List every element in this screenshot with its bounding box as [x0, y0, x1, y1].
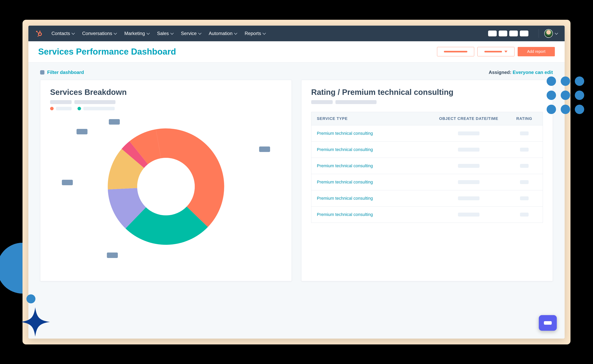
utility-button[interactable]: [488, 31, 497, 36]
table-row[interactable]: Premium technical consulting: [311, 206, 543, 223]
decorative-dot-grid: [547, 77, 584, 114]
table-row[interactable]: Premium technical consulting: [311, 125, 543, 141]
nav-label: Contacts: [52, 31, 70, 36]
assigned-prefix: Assigned:: [489, 70, 513, 75]
nav-label: Reports: [245, 31, 261, 36]
header-action-1[interactable]: [437, 47, 474, 56]
rating-table: SERVICE TYPE OBJECT CREATE DATE/TIME RAT…: [311, 112, 543, 223]
table-row[interactable]: Premium technical consulting: [311, 174, 543, 190]
chevron-down-icon: [555, 31, 558, 35]
card-subtitle-placeholder: [50, 100, 282, 104]
add-report-button[interactable]: Add report: [518, 47, 555, 56]
card-title: Rating / Premium technical consulting: [311, 88, 543, 97]
page-header: Services Performance Dashboard Add repor…: [28, 41, 565, 63]
nav-label: Automation: [209, 31, 232, 36]
chart-legend: [50, 107, 282, 110]
avatar: [544, 29, 553, 38]
topbar: Contacts Conversations Marketing Sales S…: [28, 26, 565, 41]
card-title: Services Breakdown: [50, 88, 282, 97]
nav-reports[interactable]: Reports: [242, 29, 269, 38]
utility-button[interactable]: [499, 31, 507, 36]
cell-rating: [506, 206, 543, 223]
nav-marketing[interactable]: Marketing: [121, 29, 152, 38]
cell-create-date: [432, 174, 506, 190]
cell-rating: [506, 190, 543, 206]
app-window: Contacts Conversations Marketing Sales S…: [28, 26, 565, 338]
chevron-down-icon: [263, 31, 266, 35]
header-actions: Add report: [437, 47, 555, 56]
decorative-dot: [26, 294, 35, 303]
chart-callout: [62, 180, 73, 185]
svg-line-5: [38, 35, 39, 36]
nav-label: Sales: [157, 31, 169, 36]
nav-service[interactable]: Service: [178, 29, 204, 38]
cell-rating: [506, 158, 543, 174]
cell-service-type: Premium technical consulting: [311, 158, 432, 174]
legend-label-placeholder: [83, 107, 115, 110]
legend-label-placeholder: [56, 107, 72, 110]
button-label: Add report: [527, 49, 545, 54]
header-action-dropdown[interactable]: [477, 47, 514, 56]
account-menu[interactable]: [544, 29, 558, 38]
chevron-down-icon: [146, 31, 150, 35]
nav-label: Marketing: [124, 31, 145, 36]
filter-icon: [40, 70, 44, 75]
cell-create-date: [432, 158, 506, 174]
caret-down-icon: [504, 51, 507, 53]
table-row[interactable]: Premium technical consulting: [311, 158, 543, 174]
divider: [539, 29, 539, 38]
assigned-indicator: Assigned: Everyone can edit: [489, 70, 553, 75]
chart-callout: [109, 119, 120, 125]
column-header-rating[interactable]: RATING: [506, 112, 543, 125]
chat-fab[interactable]: [539, 315, 557, 331]
filter-dashboard-button[interactable]: Filter dashboard: [40, 70, 84, 75]
nav-sales[interactable]: Sales: [154, 29, 176, 38]
cell-rating: [506, 174, 543, 190]
cards-grid: Services Breakdown: [28, 80, 565, 293]
chart-callout: [259, 147, 270, 152]
page-title: Services Performance Dashboard: [38, 47, 176, 57]
dashboard-toolbar: Filter dashboard Assigned: Everyone can …: [28, 63, 565, 80]
assigned-link[interactable]: Everyone can edit: [513, 70, 553, 75]
cell-create-date: [432, 206, 506, 223]
svg-point-4: [39, 31, 40, 32]
nav-contacts[interactable]: Contacts: [48, 29, 78, 38]
cell-rating: [506, 141, 543, 158]
nav-label: Conversations: [82, 31, 112, 36]
legend-item: [78, 107, 115, 110]
chevron-down-icon: [198, 31, 201, 35]
card-services-breakdown: Services Breakdown: [40, 80, 292, 281]
cell-rating: [506, 125, 543, 141]
utility-button[interactable]: [509, 31, 518, 36]
donut-hole: [137, 158, 195, 215]
table-header-row: SERVICE TYPE OBJECT CREATE DATE/TIME RAT…: [311, 112, 543, 125]
chat-icon: [544, 321, 552, 325]
nav-automation[interactable]: Automation: [206, 29, 240, 38]
hubspot-logo-icon[interactable]: [35, 30, 42, 37]
table-row[interactable]: Premium technical consulting: [311, 141, 543, 158]
column-header-service-type[interactable]: SERVICE TYPE: [311, 112, 432, 125]
nav-conversations[interactable]: Conversations: [79, 29, 119, 38]
legend-swatch: [78, 107, 81, 110]
card-rating-table: Rating / Premium technical consulting SE…: [301, 80, 553, 281]
utility-button[interactable]: [520, 31, 528, 36]
legend-swatch: [50, 107, 54, 110]
chart-callout: [77, 129, 87, 134]
cell-create-date: [432, 125, 506, 141]
topbar-utility-buttons: [488, 31, 528, 36]
filter-label: Filter dashboard: [47, 70, 84, 75]
card-subtitle-placeholder: [311, 100, 543, 104]
chevron-down-icon: [72, 31, 75, 35]
primary-nav: Contacts Conversations Marketing Sales S…: [48, 29, 269, 38]
cell-service-type: Premium technical consulting: [311, 190, 432, 206]
cell-service-type: Premium technical consulting: [311, 206, 432, 223]
column-header-create-date[interactable]: OBJECT CREATE DATE/TIME: [432, 112, 506, 125]
donut-chart: [50, 118, 282, 255]
cell-service-type: Premium technical consulting: [311, 174, 432, 190]
table-row[interactable]: Premium technical consulting: [311, 190, 543, 206]
cell-service-type: Premium technical consulting: [311, 125, 432, 141]
cell-create-date: [432, 190, 506, 206]
svg-point-6: [38, 36, 38, 37]
nav-label: Service: [181, 31, 197, 36]
legend-item: [50, 107, 72, 110]
